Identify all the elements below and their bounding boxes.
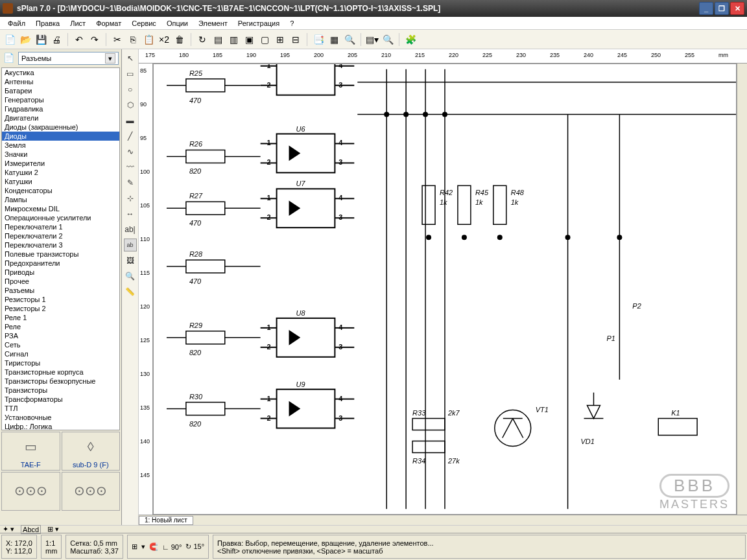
- scrollbar-vertical[interactable]: [737, 64, 747, 515]
- category-item[interactable]: Транзисторные корпуса: [2, 368, 119, 377]
- thumb-2[interactable]: ◊sub-D 9 (F): [62, 432, 121, 471]
- category-item[interactable]: Конденсаторы: [2, 186, 119, 195]
- measure-icon[interactable]: 📏: [124, 285, 137, 298]
- category-item[interactable]: Микросхемы DIL: [2, 204, 119, 213]
- curve-icon[interactable]: ∿: [124, 145, 137, 158]
- close-button[interactable]: ✕: [730, 2, 744, 15]
- menu-sheet[interactable]: Лист: [65, 18, 91, 29]
- category-item[interactable]: Реле: [2, 322, 119, 331]
- category-item[interactable]: Транзисторы: [2, 386, 119, 395]
- category-item[interactable]: Предохранители: [2, 259, 119, 268]
- magnify-icon[interactable]: 🔍: [124, 270, 137, 283]
- scrollbar-horizontal[interactable]: 1: Новый лист: [139, 515, 747, 525]
- paste-icon[interactable]: 📋: [141, 32, 156, 47]
- category-item[interactable]: Генераторы: [2, 95, 119, 104]
- menu-service[interactable]: Сервис: [126, 18, 161, 29]
- maximize-button[interactable]: ❐: [715, 2, 729, 15]
- category-item[interactable]: Диоды: [2, 132, 119, 141]
- label-icon[interactable]: ab: [124, 239, 137, 251]
- category-item[interactable]: Прочее: [2, 277, 119, 286]
- category-item[interactable]: Транзисторы безкорпусные: [2, 377, 119, 386]
- category-item[interactable]: Лампы: [2, 195, 119, 204]
- ungroup-icon[interactable]: ⊟: [289, 32, 303, 47]
- thumb-4[interactable]: ⊙⊙⊙: [62, 472, 121, 511]
- redo-icon[interactable]: ↷: [88, 32, 102, 47]
- category-item[interactable]: Катушки 2: [2, 168, 119, 177]
- circle-icon[interactable]: ○: [124, 83, 137, 96]
- menu-format[interactable]: Формат: [91, 18, 126, 29]
- node-icon[interactable]: ⊹: [124, 192, 137, 205]
- category-item[interactable]: Сеть: [2, 340, 119, 349]
- category-item[interactable]: Двигатели: [2, 113, 119, 122]
- category-item[interactable]: Резисторы 1: [2, 295, 119, 304]
- dup-icon[interactable]: ×2: [157, 32, 171, 47]
- category-item[interactable]: Резисторы 2: [2, 304, 119, 313]
- undo-icon[interactable]: ↶: [72, 32, 86, 47]
- menu-file[interactable]: Файл: [3, 18, 30, 29]
- minimize-button[interactable]: _: [699, 2, 713, 15]
- category-item[interactable]: Катушки: [2, 177, 119, 186]
- category-item[interactable]: Земля: [2, 141, 119, 150]
- freehand-icon[interactable]: ✎: [124, 176, 137, 189]
- category-combo[interactable]: Разъемы ▾: [18, 52, 119, 65]
- category-item[interactable]: Значки: [2, 150, 119, 159]
- category-item[interactable]: Полевые транзисторы: [2, 250, 119, 259]
- category-item[interactable]: Тиристоры: [2, 358, 119, 368]
- menu-options[interactable]: Опции: [161, 18, 193, 29]
- menu-register[interactable]: Регистрация: [233, 18, 285, 29]
- schematic-canvas[interactable]: R25 470 R26 820 R27 470 R28 470 R29 820 …: [153, 64, 737, 515]
- rect-icon[interactable]: ▭: [124, 67, 137, 80]
- export-icon[interactable]: 📑: [311, 32, 326, 47]
- sheet-tab[interactable]: 1: Новый лист: [139, 516, 193, 525]
- search-icon[interactable]: 🔍: [342, 32, 357, 47]
- front-icon[interactable]: ▣: [242, 32, 256, 47]
- category-item[interactable]: Батареи: [2, 86, 119, 95]
- magnet-icon[interactable]: 🧲: [149, 542, 158, 551]
- mirror-v-icon[interactable]: ▥: [226, 32, 241, 47]
- category-item[interactable]: Измерители: [2, 159, 119, 168]
- dim-icon[interactable]: ↔: [124, 207, 137, 220]
- snap-toggle[interactable]: ✦ ▾: [3, 525, 14, 533]
- text-toggle[interactable]: Abcd: [21, 525, 41, 534]
- back-icon[interactable]: ▢: [257, 32, 272, 47]
- category-item[interactable]: Гидравлика: [2, 104, 119, 113]
- cut-icon[interactable]: ✂: [110, 32, 124, 47]
- save-icon[interactable]: 💾: [34, 32, 48, 47]
- pointer-icon[interactable]: ↖: [124, 52, 137, 65]
- line-icon[interactable]: ╱: [124, 130, 137, 143]
- bezier-icon[interactable]: 〰: [124, 161, 137, 174]
- plugin-icon[interactable]: 🧩: [403, 32, 418, 47]
- category-item[interactable]: Сигнал: [2, 349, 119, 358]
- zoom-icon[interactable]: 🔍: [381, 32, 395, 47]
- category-item[interactable]: ТТЛ: [2, 404, 119, 413]
- new-icon[interactable]: 📄: [3, 32, 17, 47]
- menu-edit[interactable]: Правка: [30, 18, 65, 29]
- print-icon[interactable]: 🖨: [49, 32, 64, 47]
- category-item[interactable]: Диоды (закрашенные): [2, 122, 119, 132]
- category-item[interactable]: Переключатели 2: [2, 231, 119, 240]
- category-item[interactable]: Цифр.: Логика: [2, 422, 119, 430]
- menu-element[interactable]: Элемент: [193, 18, 233, 29]
- open-icon[interactable]: 📂: [18, 32, 32, 47]
- list-icon[interactable]: ▤▾: [365, 32, 379, 47]
- category-item[interactable]: Приводы: [2, 268, 119, 277]
- thumb-1[interactable]: ▭TAE-F: [1, 432, 60, 471]
- thumb-3[interactable]: ⊙⊙⊙: [1, 472, 60, 511]
- category-item[interactable]: Переключатели 1: [2, 222, 119, 231]
- category-item[interactable]: Разъемы: [2, 286, 119, 295]
- poly-icon[interactable]: ⬡: [124, 99, 137, 111]
- image-icon[interactable]: 🖼: [124, 254, 137, 267]
- category-list[interactable]: АкустикаАнтенныБатареиГенераторыГидравли…: [1, 67, 120, 430]
- delete-icon[interactable]: 🗑: [172, 32, 187, 47]
- category-item[interactable]: Реле 1: [2, 313, 119, 322]
- group-icon[interactable]: ⊞: [273, 32, 287, 47]
- category-item[interactable]: Операционные усилители: [2, 213, 119, 222]
- grid-toggle[interactable]: ⊞ ▾: [47, 525, 59, 533]
- fill-icon[interactable]: ▬: [124, 114, 137, 127]
- category-item[interactable]: РЗА: [2, 331, 119, 340]
- sheet-icon[interactable]: ▦: [327, 32, 341, 47]
- mirror-h-icon[interactable]: ▤: [211, 32, 225, 47]
- copy-icon[interactable]: ⎘: [126, 32, 140, 47]
- category-item[interactable]: Акустика: [2, 68, 119, 77]
- menu-help[interactable]: ?: [285, 18, 299, 29]
